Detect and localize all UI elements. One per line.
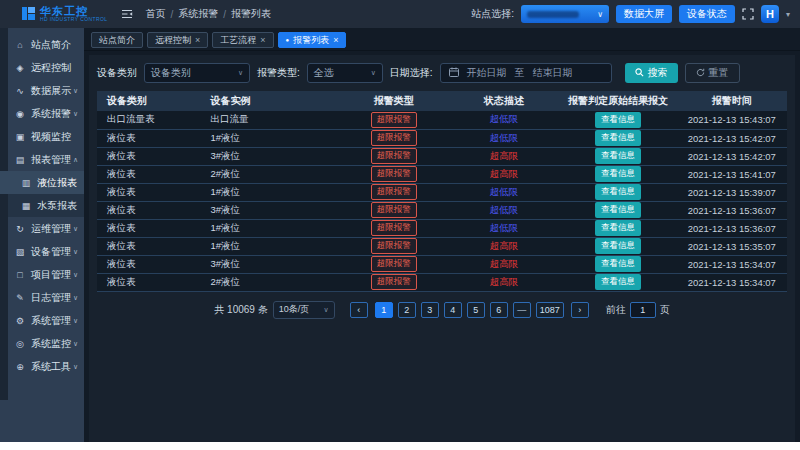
status-text: 超低限 [490, 132, 519, 143]
app-window: 华东工控 HD INDUSTRY CONTROL 首页 / 系统报警 / 报警列… [0, 0, 800, 442]
tab-remote-control[interactable]: 远程控制 × [147, 32, 208, 48]
view-info-button[interactable]: 查看信息 [595, 238, 641, 254]
status-text: 超低限 [490, 204, 519, 215]
device-type-cell: 液位表 [97, 183, 201, 201]
page-button-1[interactable]: 1 [375, 302, 393, 318]
chevron-up-icon: ∧ [73, 156, 78, 164]
sidebar-item-data-display[interactable]: ∿ 数据展示 ∨ [0, 79, 84, 102]
bell-icon: ◉ [15, 109, 25, 119]
device-type-cell: 液位表 [97, 147, 201, 165]
view-info-button[interactable]: 查看信息 [595, 148, 641, 164]
topbar-right: 站点选择: ∨ 数据大屏 设备状态 H ▾ [471, 5, 790, 23]
topbar: 华东工控 HD INDUSTRY CONTROL 首页 / 系统报警 / 报警列… [0, 0, 800, 28]
tab-alarm-list[interactable]: ● 报警列表 × [278, 32, 347, 48]
fullscreen-icon[interactable] [742, 8, 754, 20]
table-row: 液位表 1#液位 超限报警 超低限 查看信息 2021-12-13 15:36:… [97, 219, 787, 237]
close-icon[interactable]: × [333, 35, 338, 45]
view-info-button[interactable]: 查看信息 [595, 166, 641, 182]
collapse-sidebar-icon[interactable] [121, 9, 133, 19]
reset-button[interactable]: 重置 [685, 63, 740, 83]
page-button-last[interactable]: 1087 [536, 302, 564, 318]
view-info-button[interactable]: 查看信息 [595, 220, 641, 236]
sidebar-item-site-intro[interactable]: ⌂ 站点简介 [0, 33, 84, 56]
user-avatar[interactable]: H [761, 5, 779, 23]
sidebar-submenu: ▥ 液位报表 ▦ 水泵报表 [0, 171, 84, 217]
breadcrumb-system-alarm[interactable]: 系统报警 [178, 7, 218, 21]
date-to-label: 至 [515, 66, 525, 80]
next-page-button[interactable]: › [571, 302, 589, 318]
alarm-time: 2021-12-13 15:36:07 [677, 219, 787, 237]
page-ellipsis-button[interactable]: — [513, 302, 531, 318]
chevron-down-icon: ∨ [238, 69, 243, 77]
search-icon [635, 68, 644, 79]
sidebar-item-log-manage[interactable]: ✎ 日志管理 ∨ [0, 286, 84, 309]
sidebar-item-pump-report[interactable]: ▦ 水泵报表 [0, 194, 84, 217]
page-size-select[interactable]: 10条/页 ∨ [273, 301, 335, 319]
alarm-type-select[interactable]: 全选 ∨ [307, 63, 383, 83]
project-icon: □ [15, 270, 25, 280]
filter-bar: 设备类别 设备类别 ∨ 报警类型: 全选 ∨ 日期选择: [97, 60, 787, 86]
table-row: 液位表 3#液位 超限报警 超低限 查看信息 2021-12-13 15:36:… [97, 201, 787, 219]
sidebar-item-video-monitor[interactable]: ▣ 视频监控 [0, 125, 84, 148]
alarm-type-badge: 超限报警 [371, 238, 417, 254]
view-info-button[interactable]: 查看信息 [595, 130, 641, 146]
search-button[interactable]: 搜索 [625, 63, 678, 83]
view-info-button[interactable]: 查看信息 [595, 274, 641, 290]
avatar-caret-down-icon[interactable]: ▾ [786, 10, 790, 19]
alarm-type-badge: 超限报警 [371, 274, 417, 290]
device-type-select[interactable]: 设备类别 ∨ [144, 63, 250, 83]
close-icon[interactable]: × [260, 35, 265, 45]
sidebar-item-system-tools[interactable]: ⊕ 系统工具 ∨ [0, 355, 84, 378]
refresh-icon [696, 68, 705, 79]
sidebar-item-system-manage[interactable]: ⚙ 系统管理 ∨ [0, 309, 84, 332]
device-type-cell: 液位表 [97, 165, 201, 183]
alarm-type-badge: 超限报警 [371, 166, 417, 182]
chevron-down-icon: ∨ [324, 306, 329, 314]
gear-icon: ⚙ [15, 316, 25, 326]
sidebar-item-device-manage[interactable]: ▧ 设备管理 ∨ [0, 240, 84, 263]
alarm-type-badge: 超限报警 [371, 130, 417, 146]
page-button-5[interactable]: 5 [467, 302, 485, 318]
sidebar-item-level-report[interactable]: ▥ 液位报表 [0, 171, 84, 194]
sidebar-item-remote-control[interactable]: ◈ 远程控制 [0, 56, 84, 79]
big-screen-button[interactable]: 数据大屏 [616, 5, 672, 23]
device-instance-cell: 1#液位 [201, 183, 339, 201]
alarm-type-badge: 超限报警 [371, 256, 417, 272]
device-icon: ▧ [15, 247, 25, 257]
device-status-button[interactable]: 设备状态 [679, 5, 735, 23]
alarm-time: 2021-12-13 15:35:07 [677, 237, 787, 255]
alarm-time: 2021-12-13 15:42:07 [677, 129, 787, 147]
data-display-icon: ∿ [15, 86, 25, 96]
page-button-4[interactable]: 4 [444, 302, 462, 318]
view-info-button[interactable]: 查看信息 [595, 112, 641, 128]
view-info-button[interactable]: 查看信息 [595, 184, 641, 200]
view-info-button[interactable]: 查看信息 [595, 202, 641, 218]
report-icon: ▤ [15, 155, 25, 165]
status-text: 超低限 [490, 186, 519, 197]
sidebar-item-project-manage[interactable]: □ 项目管理 ∨ [0, 263, 84, 286]
page-button-3[interactable]: 3 [421, 302, 439, 318]
col-alarm-type: 报警类型 [339, 91, 449, 111]
device-instance-cell: 1#液位 [201, 129, 339, 147]
sidebar-item-report-manage[interactable]: ▤ 报表管理 ∧ [0, 148, 84, 171]
alarm-type-badge: 超限报警 [371, 184, 417, 200]
tab-process-flow[interactable]: 工艺流程 × [212, 32, 273, 48]
sidebar-item-ops-manage[interactable]: ↻ 运维管理 ∨ [0, 217, 84, 240]
tab-site-intro[interactable]: 站点简介 [91, 32, 143, 48]
page-button-6[interactable]: 6 [490, 302, 508, 318]
site-select-value-redacted [527, 11, 579, 18]
view-info-button[interactable]: 查看信息 [595, 256, 641, 272]
goto-page-input[interactable] [630, 302, 656, 318]
home-icon: ⌂ [15, 40, 25, 50]
col-raw-message: 报警判定原始结果报文 [559, 91, 676, 111]
breadcrumb-home[interactable]: 首页 [145, 7, 165, 21]
site-select-dropdown[interactable]: ∨ [521, 5, 609, 23]
prev-page-button[interactable]: ‹ [350, 302, 368, 318]
sidebar-item-system-monitor[interactable]: ◎ 系统监控 ∨ [0, 332, 84, 355]
alarm-time: 2021-12-13 15:43:07 [677, 111, 787, 129]
page-button-2[interactable]: 2 [398, 302, 416, 318]
date-range-input[interactable]: 开始日期 至 结束日期 [440, 63, 612, 83]
close-icon[interactable]: × [195, 35, 200, 45]
sidebar-item-system-alarm[interactable]: ◉ 系统报警 ∨ [0, 102, 84, 125]
date-start-placeholder: 开始日期 [467, 66, 507, 80]
